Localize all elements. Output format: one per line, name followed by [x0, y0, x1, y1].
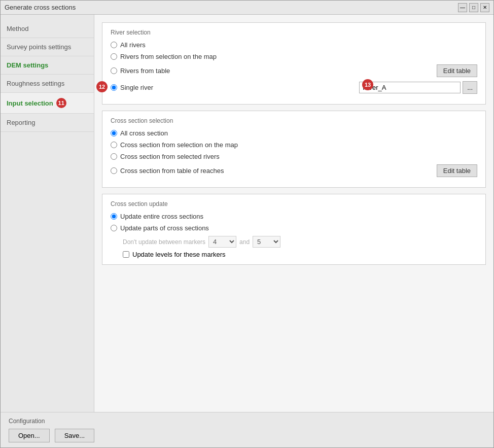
- all-cross-section-radio[interactable]: [111, 130, 117, 136]
- open-button[interactable]: Open...: [9, 429, 50, 442]
- sidebar-item-survey-points[interactable]: Survey points settings: [1, 38, 94, 56]
- update-levels-row: Update levels for these markers: [111, 251, 477, 258]
- main-window: Generate cross sections — □ ✕ Method Sur…: [0, 0, 494, 448]
- cross-from-rivers-radio[interactable]: [111, 153, 117, 160]
- all-rivers-row: All rivers: [111, 41, 477, 49]
- cross-from-table-row: Cross section from table of reaches Edit…: [111, 164, 477, 177]
- restore-button[interactable]: □: [469, 3, 478, 12]
- update-entire-row: Update entire cross sections: [111, 213, 477, 220]
- all-rivers-label[interactable]: All rivers: [120, 41, 146, 49]
- cross-from-rivers-label[interactable]: Cross section from selected rivers: [120, 153, 220, 160]
- sidebar-item-label: DEM settings: [7, 61, 48, 69]
- sidebar-item-input-selection[interactable]: Input selection 11: [1, 93, 94, 114]
- river-name-input[interactable]: [359, 82, 461, 93]
- callout-13: 13: [362, 79, 373, 90]
- rivers-from-table-edit-btn[interactable]: Edit table: [437, 64, 477, 77]
- rivers-from-table-radio[interactable]: [111, 67, 117, 74]
- river-selection-title: River selection: [111, 29, 477, 36]
- save-button[interactable]: Save...: [55, 429, 94, 442]
- cross-section-selection-title: Cross section selection: [111, 117, 477, 124]
- cross-from-map-radio[interactable]: [111, 142, 117, 148]
- update-levels-label[interactable]: Update levels for these markers: [132, 251, 226, 258]
- update-parts-radio[interactable]: [111, 225, 117, 231]
- configuration-buttons: Open... Save...: [9, 429, 485, 442]
- cross-section-selection-panel: Cross section selection All cross sectio…: [102, 111, 486, 188]
- cross-from-map-row: Cross section from selection on the map: [111, 141, 477, 149]
- sidebar-item-label: Survey points settings: [7, 43, 71, 51]
- cross-from-table-edit-btn[interactable]: Edit table: [437, 164, 477, 177]
- sidebar: Method Survey points settings DEM settin…: [1, 15, 94, 447]
- cross-from-table-radio[interactable]: [111, 167, 117, 174]
- cross-from-rivers-row: Cross section from selected rivers: [111, 153, 477, 160]
- minimize-button[interactable]: —: [458, 3, 467, 12]
- rivers-from-table-row: Rivers from table Edit table: [111, 64, 477, 77]
- cross-section-update-panel: Cross section update Update entire cross…: [102, 194, 486, 265]
- sidebar-item-method[interactable]: Method: [1, 20, 94, 38]
- title-bar: Generate cross sections — □ ✕: [1, 1, 493, 15]
- all-rivers-radio[interactable]: [111, 42, 117, 48]
- cross-section-update-title: Cross section update: [111, 200, 477, 208]
- all-cross-section-row: All cross section: [111, 129, 477, 137]
- sidebar-item-label: Input selection: [7, 99, 53, 107]
- rivers-from-map-label[interactable]: Rivers from selection on the map: [120, 53, 217, 60]
- input-selection-badge: 11: [56, 98, 66, 108]
- all-cross-section-label[interactable]: All cross section: [120, 129, 168, 137]
- sidebar-item-roughness[interactable]: Roughness settings: [1, 75, 94, 93]
- rivers-from-map-row: Rivers from selection on the map: [111, 53, 477, 60]
- close-button[interactable]: ✕: [480, 3, 489, 12]
- configuration-bar: Configuration Open... Save...: [1, 412, 493, 447]
- dont-update-row: Don't update between markers 4 5 6 and 5…: [111, 236, 477, 248]
- and-label: and: [239, 238, 250, 246]
- sidebar-item-dem-settings[interactable]: DEM settings: [1, 56, 94, 75]
- single-river-row: 12 Single river 13 ...: [111, 81, 477, 94]
- cross-from-table-label[interactable]: Cross section from table of reaches: [120, 167, 224, 175]
- dont-update-label: Don't update between markers: [123, 238, 205, 246]
- update-entire-label[interactable]: Update entire cross sections: [120, 213, 203, 220]
- marker2-spinner[interactable]: 5 6 7: [253, 236, 280, 248]
- window-controls: — □ ✕: [458, 3, 489, 12]
- sidebar-item-label: Method: [7, 25, 28, 32]
- rivers-from-table-label[interactable]: Rivers from table: [120, 67, 170, 75]
- marker1-spinner[interactable]: 4 5 6: [208, 236, 236, 248]
- callout-12: 12: [96, 81, 108, 92]
- rivers-from-map-radio[interactable]: [111, 53, 117, 60]
- content-area: River selection All rivers Rivers from s…: [94, 15, 493, 447]
- river-selection-panel: River selection All rivers Rivers from s…: [102, 22, 486, 105]
- configuration-title: Configuration: [9, 418, 485, 425]
- update-levels-checkbox[interactable]: [123, 251, 129, 258]
- single-river-radio[interactable]: [111, 84, 117, 91]
- update-parts-label[interactable]: Update parts of cross sections: [120, 224, 209, 232]
- main-area: Method Survey points settings DEM settin…: [1, 15, 493, 447]
- river-browse-btn[interactable]: ...: [463, 81, 477, 94]
- sidebar-item-reporting[interactable]: Reporting: [1, 114, 94, 132]
- update-parts-row: Update parts of cross sections: [111, 224, 477, 232]
- sidebar-item-label: Reporting: [7, 119, 35, 126]
- single-river-label[interactable]: Single river: [120, 84, 153, 91]
- sidebar-item-label: Roughness settings: [7, 80, 64, 87]
- window-title: Generate cross sections: [5, 4, 76, 11]
- cross-from-map-label[interactable]: Cross section from selection on the map: [120, 141, 238, 149]
- update-entire-radio[interactable]: [111, 213, 117, 220]
